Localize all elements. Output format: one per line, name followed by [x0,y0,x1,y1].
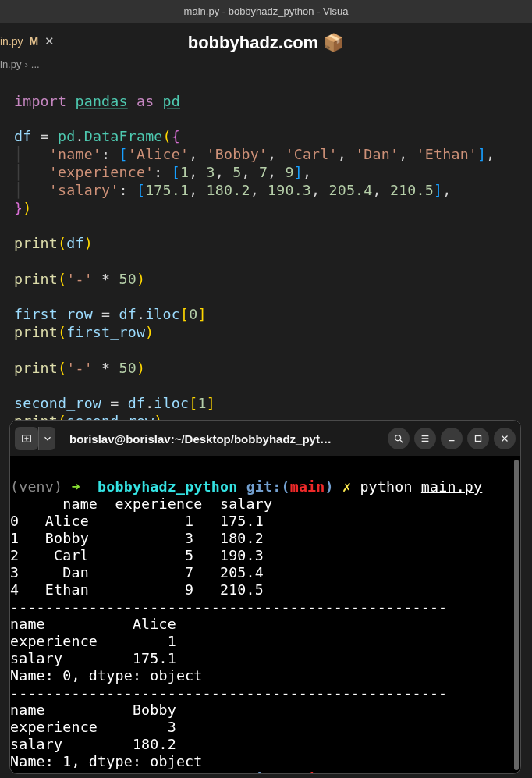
bracket: ] [434,182,442,198]
tab-filename: in.py [0,35,23,48]
var: first_row [14,306,93,322]
bracket: [ [189,395,197,411]
breadcrumb-file[interactable]: in.py [0,59,21,70]
output-row: 4 Ethan 9 210.5 [10,581,264,598]
search-button[interactable] [388,428,410,449]
num: 175.1 [145,182,189,198]
op: = [101,306,110,322]
tab-main-py[interactable]: in.py M ✕ [0,23,62,58]
venv: (venv) [10,770,62,774]
output-row: 1 Bobby 3 180.2 [10,530,264,546]
func: print [14,271,58,287]
num: 5 [232,164,241,180]
chevron-down-icon [42,433,53,444]
cwd: bobbyhadz_python [98,478,237,495]
bracket: ] [207,395,215,411]
page-title: bobbyhadz.com 📦 [0,23,532,55]
var: df [119,306,137,322]
var: df [66,235,83,251]
output-sep: ----------------------------------------… [10,684,447,701]
str: 'Carl' [285,146,337,162]
output-row: name Alice [10,616,176,632]
output-sep: ----------------------------------------… [10,599,447,615]
output-row: 0 Alice 1 175.1 [10,513,264,529]
dirty-icon: ✗ [342,478,351,495]
new-tab-icon [21,433,32,444]
output-row: 2 Carl 5 190.3 [10,547,264,563]
close-button[interactable] [494,428,516,449]
terminal-body[interactable]: (venv) ➜ bobbyhadz_python git:(main) ✗ p… [10,456,520,774]
bracket: ] [477,146,486,162]
paren: ) [137,271,145,287]
venv: (venv) [10,478,62,495]
close-icon[interactable]: ✕ [44,34,55,48]
search-icon [393,433,404,444]
num: 1 [197,395,206,411]
paren: ( [58,271,66,287]
minimize-button[interactable] [441,428,463,449]
git-close: ) [325,478,334,495]
obj: pd [58,128,75,144]
paren: ) [145,324,154,340]
comma: , [442,182,451,198]
func: print [14,235,58,251]
paren: ( [58,360,66,376]
num: 9 [286,164,294,180]
num: 50 [119,360,137,376]
output-row: experience 1 [10,633,176,649]
alias: pd [163,93,180,109]
git-branch: main [290,478,325,495]
code-editor[interactable]: import pandas as pd df = pd.DataFrame({ … [0,72,532,431]
op: = [110,395,119,411]
minimize-icon [446,433,457,444]
bracket: [ [137,182,145,198]
op: * [101,271,110,287]
paren: ( [58,324,66,340]
key: 'name' [49,146,101,162]
class: DataFrame [84,128,163,144]
module: pandas [75,93,127,109]
dirty-icon: ✗ [342,770,351,774]
keyword: as [137,93,154,109]
chevron-right-icon: › [24,59,27,70]
var: df [14,128,31,144]
colon: : [154,164,162,180]
op: = [41,128,49,144]
svg-point-3 [395,435,401,441]
colon: : [119,182,127,198]
menu-button[interactable] [414,428,436,449]
scrollbar[interactable] [514,460,519,770]
paren: ( [163,128,172,144]
terminal-title: borislav@borislav:~/Desktop/bobbyhadz_py… [60,432,383,446]
attr: iloc [154,395,189,411]
git-branch: main [290,770,325,774]
bracket: [ [180,306,189,322]
paren: ) [137,360,145,376]
svg-rect-9 [476,436,481,442]
breadcrumb[interactable]: in.py›... [0,55,532,72]
output-row: salary 180.2 [10,736,176,752]
scrollbar-thumb[interactable] [514,460,519,770]
num: 50 [119,271,137,287]
keyword: import [14,93,66,109]
str: '-' [66,271,93,287]
colon: : [101,146,110,162]
output-row: Name: 1, dtype: object [10,753,203,769]
bracket: ] [197,306,206,322]
output-row: experience 3 [10,719,176,735]
maximize-button[interactable] [467,428,489,449]
cmd: python [360,478,412,495]
num: 7 [259,164,268,180]
new-tab-button[interactable] [15,427,38,450]
editor-tabs: in.py M ✕ [0,23,62,58]
new-tab-dropdown[interactable] [38,427,55,450]
str: 'Alice' [128,146,189,162]
git-prefix: git:( [246,770,290,774]
var: df [128,395,145,411]
cmd-arg: main.py [421,478,482,495]
output-row: Name: 0, dtype: object [10,667,203,684]
breadcrumb-more[interactable]: ... [31,59,40,70]
op: * [101,360,110,376]
var: first_row [66,324,145,340]
dot: . [76,128,84,144]
